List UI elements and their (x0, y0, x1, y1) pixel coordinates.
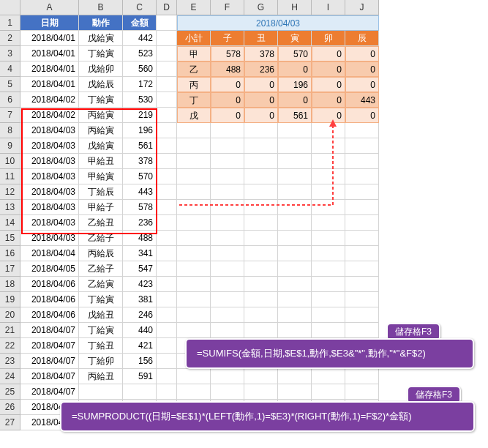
row-header[interactable]: 11 (0, 169, 20, 184)
cell[interactable]: 246 (123, 307, 157, 323)
cell[interactable]: 丙給寅 (79, 123, 123, 138)
cell[interactable] (312, 169, 345, 184)
cell[interactable] (157, 77, 177, 92)
cell[interactable] (177, 231, 211, 246)
cell[interactable]: 0 (244, 108, 278, 123)
cell[interactable]: 570 (123, 169, 157, 184)
cell[interactable]: 530 (123, 92, 157, 108)
cell[interactable]: 2018/04/03 (20, 200, 79, 215)
row-header[interactable]: 16 (0, 246, 20, 261)
cell[interactable]: 0 (278, 61, 312, 77)
cell[interactable] (312, 184, 345, 200)
cell[interactable]: 561 (123, 138, 157, 154)
cell[interactable]: 丁給寅 (79, 92, 123, 108)
cell[interactable] (157, 307, 177, 323)
cell[interactable]: 0 (312, 77, 345, 92)
cell[interactable]: 236 (244, 61, 278, 77)
cell[interactable]: 196 (123, 123, 157, 138)
cell[interactable]: 219 (123, 108, 157, 123)
cell[interactable] (211, 154, 244, 169)
cell[interactable] (312, 307, 345, 323)
cell[interactable] (345, 261, 379, 277)
cell[interactable] (157, 31, 177, 46)
cell[interactable] (157, 138, 177, 154)
cell[interactable]: 丁給寅 (79, 292, 123, 307)
cell[interactable] (157, 246, 177, 261)
cell[interactable] (177, 246, 211, 261)
cell[interactable] (157, 184, 177, 200)
cell[interactable] (244, 154, 278, 169)
cell[interactable] (211, 369, 244, 384)
cell[interactable]: 442 (123, 31, 157, 46)
cell[interactable] (157, 108, 177, 123)
cell[interactable] (278, 292, 312, 307)
row-header[interactable]: 9 (0, 138, 20, 154)
cell[interactable]: 2018/04/01 (20, 77, 79, 92)
cell[interactable]: 2018/04/06 (20, 307, 79, 323)
cell[interactable] (211, 123, 244, 138)
row-header[interactable]: 18 (0, 277, 20, 292)
cell[interactable] (345, 138, 379, 154)
row-header[interactable]: 24 (0, 369, 20, 384)
cell[interactable] (278, 184, 312, 200)
cell[interactable]: 2018/04/06 (20, 277, 79, 292)
cell[interactable] (345, 231, 379, 246)
cell[interactable]: 2018/04/07 (20, 338, 79, 354)
cell[interactable] (177, 384, 211, 400)
column-header[interactable]: F (211, 0, 244, 15)
cell[interactable]: 乙 (177, 61, 211, 77)
cell[interactable]: 日期 (20, 15, 79, 31)
cell[interactable] (177, 169, 211, 184)
cell[interactable]: 子 (211, 31, 244, 46)
cell[interactable] (177, 138, 211, 154)
cell[interactable]: 591 (123, 369, 157, 384)
cell[interactable]: 172 (123, 77, 157, 92)
cell[interactable] (312, 138, 345, 154)
cell[interactable]: 2018/04/01 (20, 31, 79, 46)
row-header[interactable]: 13 (0, 200, 20, 215)
cell[interactable]: 2018/04/03 (20, 138, 79, 154)
cell[interactable]: 戊給丑 (79, 307, 123, 323)
column-header[interactable]: H (278, 0, 312, 15)
cell[interactable] (211, 184, 244, 200)
cell[interactable]: 戊給辰 (79, 77, 123, 92)
cell[interactable] (211, 307, 244, 323)
cell[interactable] (244, 123, 278, 138)
cell[interactable]: 2018/04/03 (20, 169, 79, 184)
cell[interactable]: 乙給子 (79, 261, 123, 277)
cell[interactable] (345, 384, 379, 400)
cell[interactable]: 動作 (79, 15, 123, 31)
cell[interactable] (345, 323, 379, 338)
cell[interactable]: 443 (345, 92, 379, 108)
cell[interactable] (345, 154, 379, 169)
cell[interactable] (157, 92, 177, 108)
cell[interactable]: 578 (123, 200, 157, 215)
column-header[interactable]: C (123, 0, 157, 15)
cell[interactable] (157, 384, 177, 400)
cell[interactable] (345, 277, 379, 292)
cell[interactable]: 0 (312, 108, 345, 123)
cell[interactable] (278, 323, 312, 338)
cell[interactable] (312, 154, 345, 169)
row-header[interactable]: 27 (0, 415, 20, 430)
cell[interactable] (278, 307, 312, 323)
cell[interactable] (244, 138, 278, 154)
cell[interactable] (177, 154, 211, 169)
cell[interactable]: 2018/04/02 (20, 92, 79, 108)
cell[interactable]: 0 (211, 77, 244, 92)
cell[interactable] (278, 277, 312, 292)
cell[interactable] (244, 369, 278, 384)
cell[interactable]: 丁給寅 (79, 323, 123, 338)
row-header[interactable]: 4 (0, 61, 20, 77)
cell[interactable] (157, 338, 177, 354)
row-header[interactable]: 3 (0, 46, 20, 61)
cell[interactable] (157, 169, 177, 184)
cell[interactable] (278, 123, 312, 138)
cell[interactable]: 戊 (177, 108, 211, 123)
cell[interactable]: 0 (244, 77, 278, 92)
cell[interactable]: 戊給寅 (79, 138, 123, 154)
cell[interactable] (244, 200, 278, 215)
cell[interactable] (177, 200, 211, 215)
cell[interactable] (157, 231, 177, 246)
cell[interactable]: 寅 (278, 31, 312, 46)
